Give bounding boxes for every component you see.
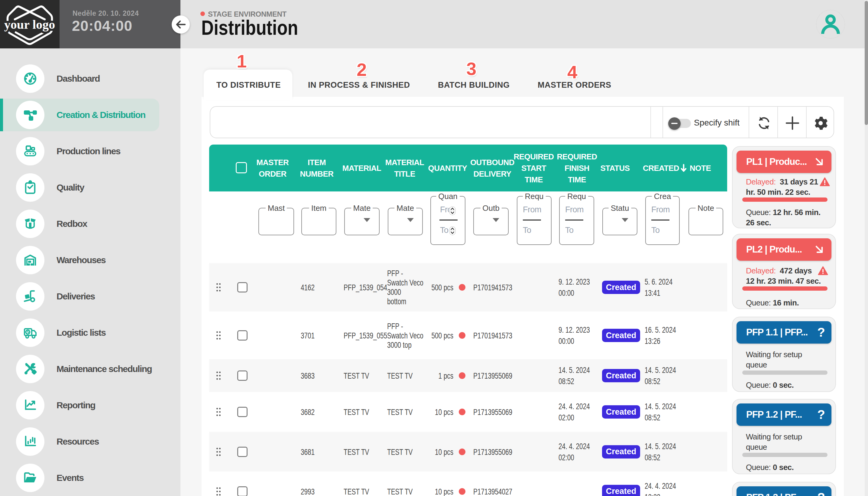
svg-text:your logo: your logo <box>4 17 55 31</box>
